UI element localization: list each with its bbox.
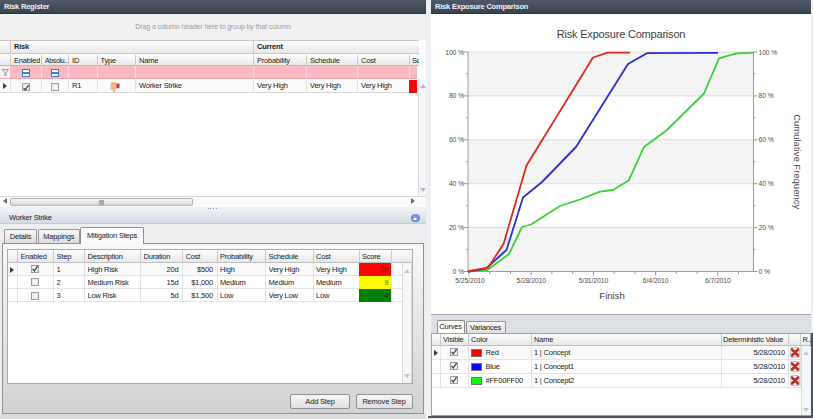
svg-text:Cumulative Frequency: Cumulative Frequency: [792, 114, 803, 209]
svg-text:6/4/2010: 6/4/2010: [643, 277, 669, 284]
svg-text:80 %: 80 %: [449, 92, 464, 99]
svg-text:60 %: 60 %: [449, 136, 464, 143]
svg-text:5/25/2010: 5/25/2010: [455, 277, 485, 284]
svg-text:100 %: 100 %: [445, 49, 464, 56]
svg-text:0 %: 0 %: [453, 268, 464, 275]
svg-text:40 %: 40 %: [759, 180, 774, 187]
svg-text:6/7/2010: 6/7/2010: [705, 277, 731, 284]
svg-text:20 %: 20 %: [449, 224, 464, 231]
svg-text:40 %: 40 %: [449, 180, 464, 187]
svg-text:5/28/2010: 5/28/2010: [517, 277, 547, 284]
svg-text:Finish: Finish: [599, 290, 624, 301]
svg-text:80 %: 80 %: [759, 92, 774, 99]
svg-text:Risk Exposure Comparison: Risk Exposure Comparison: [557, 28, 686, 40]
svg-text:100 %: 100 %: [759, 49, 778, 56]
svg-text:20 %: 20 %: [759, 224, 774, 231]
svg-text:5/31/2010: 5/31/2010: [579, 277, 609, 284]
svg-text:0 %: 0 %: [759, 268, 770, 275]
svg-text:60 %: 60 %: [759, 136, 774, 143]
